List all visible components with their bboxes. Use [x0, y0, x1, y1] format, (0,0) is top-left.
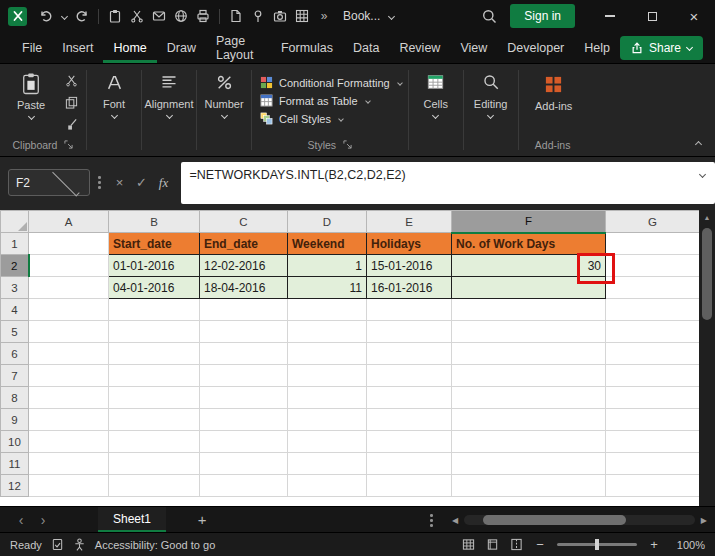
cell[interactable]: [288, 321, 367, 343]
cell-styles-button[interactable]: Cell Styles: [260, 112, 402, 125]
cell[interactable]: [606, 387, 700, 409]
horizontal-scrollbar[interactable]: ◀ ▶: [452, 514, 707, 526]
cell-G3[interactable]: [606, 277, 700, 299]
font-group-button[interactable]: Font: [87, 64, 141, 156]
cell[interactable]: [288, 365, 367, 387]
col-header-A[interactable]: A: [29, 211, 109, 233]
add-sheet-button[interactable]: +: [192, 511, 212, 528]
sign-in-button[interactable]: Sign in: [510, 4, 575, 28]
cell[interactable]: [606, 299, 700, 321]
macro-record-icon[interactable]: [51, 538, 64, 551]
vertical-scrollbar-thumb[interactable]: [702, 228, 712, 320]
cell[interactable]: [109, 343, 200, 365]
tab-view[interactable]: View: [450, 32, 497, 63]
insert-function-button[interactable]: fx: [153, 172, 175, 194]
view-page-break-button[interactable]: [510, 538, 523, 551]
number-group-button[interactable]: Number: [197, 64, 251, 156]
zoom-out-button[interactable]: −: [534, 537, 546, 552]
select-all-corner[interactable]: [1, 211, 29, 233]
cell[interactable]: [367, 387, 452, 409]
cell[interactable]: [29, 431, 109, 453]
cell[interactable]: [109, 431, 200, 453]
cell[interactable]: [200, 409, 288, 431]
row-header-2[interactable]: 2: [1, 255, 29, 277]
cell[interactable]: [288, 299, 367, 321]
cell-G2[interactable]: [606, 255, 700, 277]
cell[interactable]: [367, 453, 452, 475]
cell-E2[interactable]: 15-01-2016: [367, 255, 452, 277]
globe-icon[interactable]: [170, 4, 192, 28]
zoom-in-button[interactable]: +: [648, 537, 660, 552]
cell[interactable]: [288, 453, 367, 475]
horizontal-scrollbar-thumb[interactable]: [483, 515, 626, 525]
sheetbar-splitter-handle[interactable]: [430, 514, 433, 527]
cell-D2[interactable]: 1: [288, 255, 367, 277]
cell[interactable]: [288, 343, 367, 365]
tab-help[interactable]: Help: [574, 32, 620, 63]
cell[interactable]: [452, 321, 606, 343]
copy-button[interactable]: [62, 94, 80, 110]
cell-F1[interactable]: No. of Work Days: [452, 233, 606, 255]
cell[interactable]: [29, 409, 109, 431]
share-button[interactable]: Share: [620, 36, 703, 60]
cell[interactable]: [200, 365, 288, 387]
row-header-9[interactable]: 9: [1, 409, 29, 431]
cell[interactable]: [367, 409, 452, 431]
row-header-3[interactable]: 3: [1, 277, 29, 299]
cell[interactable]: [452, 453, 606, 475]
cell[interactable]: [452, 431, 606, 453]
cell[interactable]: [367, 321, 452, 343]
qat-overflow-icon[interactable]: »: [313, 4, 335, 28]
cell-E1[interactable]: Holidays: [367, 233, 452, 255]
cell[interactable]: [200, 475, 288, 497]
accessibility-status[interactable]: Accessibility: Good to go: [95, 539, 215, 551]
cell-G1[interactable]: [606, 233, 700, 255]
cell[interactable]: [452, 475, 606, 497]
cell[interactable]: [29, 365, 109, 387]
format-painter-button[interactable]: [62, 116, 80, 132]
tab-formulas[interactable]: Formulas: [271, 32, 343, 63]
cell[interactable]: [29, 299, 109, 321]
cell[interactable]: [367, 299, 452, 321]
cell-E3[interactable]: 16-01-2016: [367, 277, 452, 299]
cell[interactable]: [29, 453, 109, 475]
cells-group-button[interactable]: Cells: [409, 64, 463, 156]
cell[interactable]: [288, 475, 367, 497]
cell[interactable]: [606, 343, 700, 365]
workbook-name[interactable]: Book...: [343, 9, 380, 23]
enter-check-icon[interactable]: ✓: [131, 172, 153, 194]
format-as-table-button[interactable]: Format as Table: [260, 94, 402, 107]
tab-home[interactable]: Home: [103, 32, 156, 63]
accessibility-icon[interactable]: [73, 538, 86, 551]
cell[interactable]: [367, 431, 452, 453]
formula-bar-handle[interactable]: [98, 176, 101, 189]
clipboard-icon[interactable]: [104, 4, 126, 28]
cell[interactable]: [29, 475, 109, 497]
col-header-F[interactable]: F: [452, 211, 606, 233]
undo-icon[interactable]: [35, 4, 57, 28]
zoom-level[interactable]: 100%: [671, 539, 705, 551]
cell-C3[interactable]: 18-04-2016: [200, 277, 288, 299]
alignment-group-button[interactable]: Alignment: [142, 64, 196, 156]
cell-C1[interactable]: End_date: [200, 233, 288, 255]
col-header-C[interactable]: C: [200, 211, 288, 233]
status-mode[interactable]: Ready: [10, 539, 42, 551]
print-icon[interactable]: [192, 4, 214, 28]
cell[interactable]: [452, 343, 606, 365]
zoom-slider-thumb[interactable]: [595, 539, 599, 550]
col-header-B[interactable]: B: [109, 211, 200, 233]
cell[interactable]: [109, 409, 200, 431]
cell-D1[interactable]: Weekend: [288, 233, 367, 255]
cell[interactable]: [109, 475, 200, 497]
undo-dropdown-chevron-icon[interactable]: [57, 4, 71, 28]
cell[interactable]: [367, 475, 452, 497]
pin-icon[interactable]: [247, 4, 269, 28]
cut-button[interactable]: [62, 72, 80, 88]
cell[interactable]: [200, 299, 288, 321]
addins-button[interactable]: Add-ins: [527, 69, 581, 136]
cancel-icon[interactable]: ×: [109, 172, 131, 194]
search-icon[interactable]: [478, 4, 500, 28]
cell-C2[interactable]: 12-02-2016: [200, 255, 288, 277]
table-icon[interactable]: [291, 4, 313, 28]
cell[interactable]: [452, 387, 606, 409]
